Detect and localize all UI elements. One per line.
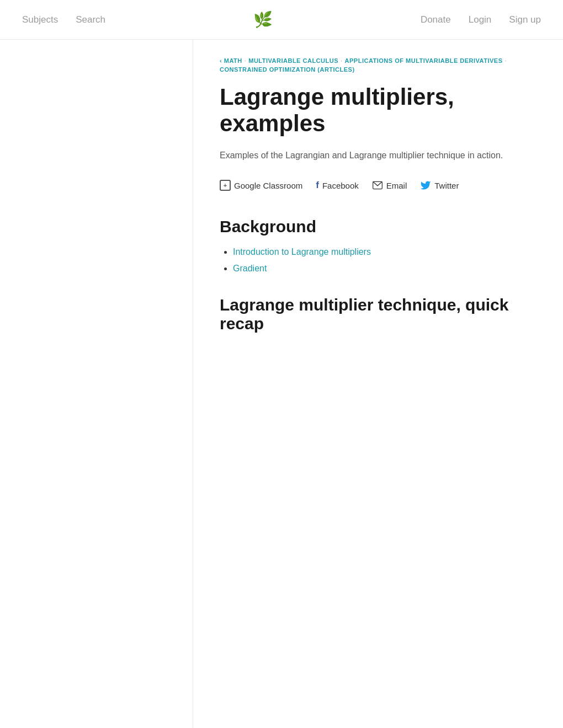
breadcrumb-applications[interactable]: APPLICATIONS OF MULTIVARIABLE DERIVATIVE… (345, 57, 503, 64)
breadcrumb-sep-2: · (341, 57, 343, 64)
facebook-icon: f (316, 180, 319, 191)
google-classroom-label: Google Classroom (234, 181, 302, 190)
sidebar (0, 40, 193, 728)
background-heading: Background (220, 217, 537, 236)
nav-right: Donate Login Sign up (421, 14, 541, 25)
donate-link[interactable]: Donate (421, 14, 451, 25)
background-list: Introduction to Lagrange multipliers Gra… (220, 247, 537, 274)
section2-heading: Lagrange multiplier technique, quick rec… (220, 296, 537, 333)
nav-center: 🌿 (105, 10, 421, 29)
login-link[interactable]: Login (469, 14, 492, 25)
gradient-link[interactable]: Gradient (233, 264, 267, 273)
google-classroom-icon: + (220, 180, 231, 191)
twitter-icon (420, 180, 431, 191)
nav-left: Subjects Search (22, 14, 105, 25)
breadcrumb-math[interactable]: ‹ MATH (220, 57, 242, 64)
article-subtitle: Examples of the Lagrangian and Lagrange … (220, 148, 537, 163)
google-classroom-button[interactable]: + Google Classroom (220, 180, 302, 191)
breadcrumb: ‹ MATH · MULTIVARIABLE CALCULUS · APPLIC… (220, 57, 537, 73)
logo-icon[interactable]: 🌿 (253, 10, 273, 29)
facebook-button[interactable]: f Facebook (316, 180, 359, 191)
twitter-label: Twitter (434, 181, 459, 190)
intro-lagrange-link[interactable]: Introduction to Lagrange multipliers (233, 247, 371, 256)
list-item: Introduction to Lagrange multipliers (233, 247, 537, 257)
list-item: Gradient (233, 264, 537, 274)
share-row: + Google Classroom f Facebook Email (220, 180, 537, 191)
breadcrumb-constrained[interactable]: CONSTRAINED OPTIMIZATION (ARTICLES) (220, 66, 355, 73)
email-label: Email (386, 181, 407, 190)
facebook-label: Facebook (322, 181, 359, 190)
article-title: Lagrange multipliers, examples (220, 84, 537, 137)
page-container: ‹ MATH · MULTIVARIABLE CALCULUS · APPLIC… (0, 40, 563, 728)
search-link[interactable]: Search (76, 14, 105, 25)
email-icon (372, 180, 383, 191)
email-button[interactable]: Email (372, 180, 407, 191)
section2: Lagrange multiplier technique, quick rec… (220, 296, 537, 333)
twitter-button[interactable]: Twitter (420, 180, 459, 191)
navbar: Subjects Search 🌿 Donate Login Sign up (0, 0, 563, 40)
subjects-link[interactable]: Subjects (22, 14, 58, 25)
main-content: ‹ MATH · MULTIVARIABLE CALCULUS · APPLIC… (193, 40, 563, 728)
breadcrumb-sep-3: · (505, 57, 507, 64)
breadcrumb-sep-1: · (245, 57, 247, 64)
background-section: Background Introduction to Lagrange mult… (220, 217, 537, 274)
breadcrumb-multivariable[interactable]: MULTIVARIABLE CALCULUS (248, 57, 338, 64)
signup-link[interactable]: Sign up (509, 14, 541, 25)
